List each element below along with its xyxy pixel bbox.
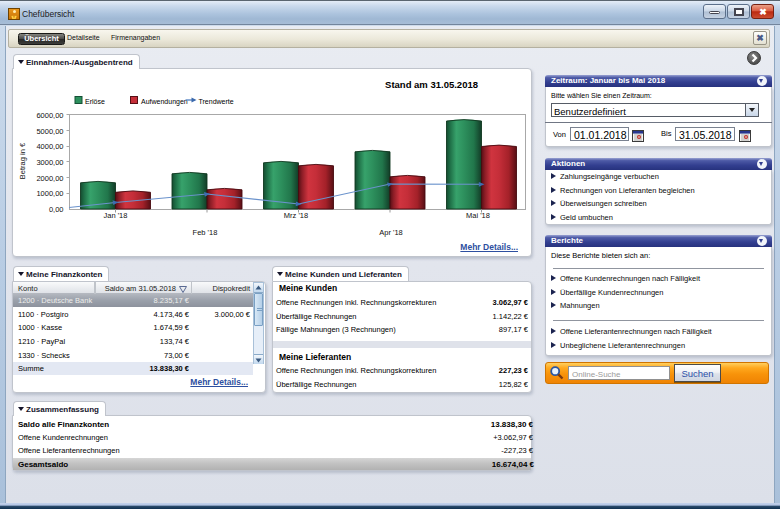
svg-text:Mai '18: Mai '18 xyxy=(466,211,490,220)
svg-text:Mrz '18: Mrz '18 xyxy=(284,211,308,220)
svg-text:Erlöse: Erlöse xyxy=(85,98,105,105)
svg-text:Trendwerte: Trendwerte xyxy=(199,98,234,105)
svg-text:2000,00: 2000,00 xyxy=(36,174,63,183)
svg-text:3000,00: 3000,00 xyxy=(36,158,63,167)
svg-text:6000,00: 6000,00 xyxy=(36,111,63,120)
svg-text:4000,00: 4000,00 xyxy=(36,142,63,151)
svg-text:Feb '18: Feb '18 xyxy=(193,228,218,237)
svg-text:1000,00: 1000,00 xyxy=(36,189,63,198)
svg-text:0,00: 0,00 xyxy=(49,205,64,214)
svg-text:Aufwendungen: Aufwendungen xyxy=(141,98,188,106)
svg-text:Apr '18: Apr '18 xyxy=(379,228,403,237)
svg-text:5000,00: 5000,00 xyxy=(36,127,63,136)
svg-text:Jan '18: Jan '18 xyxy=(104,211,128,220)
svg-text:Betrag in €: Betrag in € xyxy=(18,142,27,179)
